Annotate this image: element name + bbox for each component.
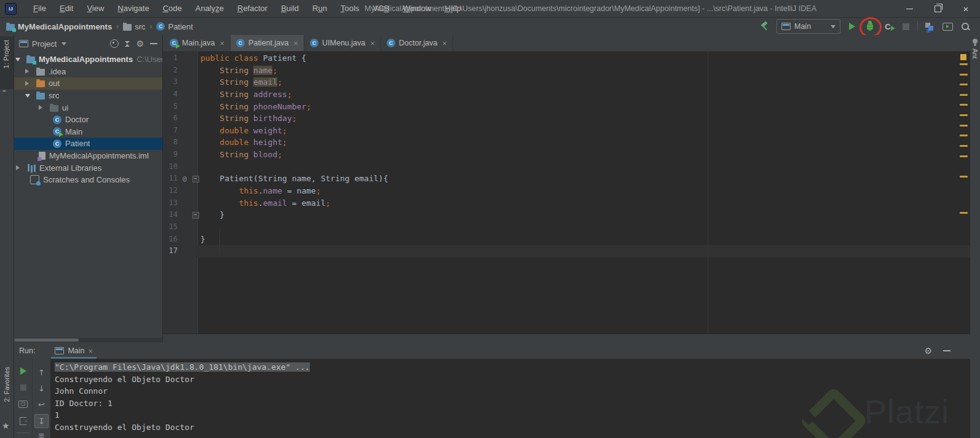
warning-stripe-mark[interactable] [960,104,968,106]
warning-stripe-mark[interactable] [960,74,968,76]
warning-stripe-mark[interactable] [960,155,968,157]
tree-item-label: MyMedicalAppointments [39,55,133,64]
tree-item-patient[interactable]: CPatient [14,138,162,150]
tree-item-ui[interactable]: ui [14,101,162,114]
minimize-button[interactable] [895,0,923,17]
run-tab-main[interactable]: Main × [50,343,98,359]
menu-edit[interactable]: Edit [53,0,80,17]
line-number: 12 [163,185,178,197]
collapse-all-icon[interactable] [125,41,130,47]
restore-layout-button[interactable] [14,417,32,425]
editor-tab-doctor-java[interactable]: CDoctor.java× [381,35,453,51]
rerun-button[interactable] [14,367,32,375]
warning-stripe-mark[interactable] [960,84,968,85]
star-icon[interactable]: ★ [2,421,10,431]
warning-stripe-mark[interactable] [960,114,968,116]
line-number: 1 [163,52,178,65]
soft-wrap-button[interactable]: ↩ [33,401,50,409]
build-project-button[interactable] [759,20,771,33]
profiler-button[interactable] [923,20,936,33]
screenshot-button[interactable] [14,401,32,408]
menu-view[interactable]: View [80,0,111,17]
fold-marker-icon[interactable] [192,212,199,219]
run-configuration-select[interactable]: Main [776,19,840,34]
camera-icon [18,401,28,408]
line-number: 17 [163,245,178,257]
scrollbar-thumb[interactable] [14,338,79,342]
editor-tab-uimenu-java[interactable]: CUIMenu.java× [304,35,381,51]
warning-stripe-mark[interactable] [960,212,968,214]
code-region[interactable]: 1public class Patient {2 String name;3 S… [163,52,970,257]
tree-item-mymedicalappointments-iml[interactable]: MyMedicalAppointments.iml [14,150,162,162]
fold-marker-icon[interactable] [192,176,199,182]
ant-tool-tab-label[interactable]: Ant [971,49,979,59]
close-icon[interactable]: × [293,39,298,48]
breadcrumb-item[interactable]: MyMedicalAppointments [6,22,112,31]
hide-panel-icon[interactable] [943,350,950,351]
debug-button[interactable] [864,20,876,33]
tree-item-external-libraries[interactable]: External Libraries [14,162,162,174]
warning-stripe-mark[interactable] [960,125,968,127]
hide-panel-icon[interactable] [150,43,157,44]
menu-code[interactable]: Code [156,0,189,17]
run-button[interactable] [846,20,858,33]
menu-run[interactable]: Run [306,0,334,17]
editor-tab-main-java[interactable]: CMain.java× [164,35,231,51]
stop-button[interactable] [14,385,32,391]
code-line-15: 15 [163,221,970,233]
editor-tab-patient-java[interactable]: CPatient.java× [231,35,304,51]
favorites-tool-tab-label[interactable]: 2: Favorites [3,367,10,402]
run-with-coverage-button[interactable]: C [882,20,894,33]
menu-tools[interactable]: Tools [334,0,366,17]
warning-stripe-mark[interactable] [960,135,968,136]
menu-navigate[interactable]: Navigate [111,0,156,17]
warning-stripe-mark[interactable] [960,145,968,147]
close-button[interactable]: × [952,0,980,17]
warning-stripe-mark[interactable] [960,94,968,96]
locate-file-icon[interactable] [110,39,119,48]
tree-item-label: External Libraries [39,163,101,173]
project-hscrollbar[interactable] [14,338,162,342]
stop-button[interactable] [899,20,912,33]
menu-file[interactable]: File [26,0,53,17]
breadcrumb-item[interactable]: src [123,22,145,31]
tree-item-out[interactable]: out [14,77,162,90]
project-view-icon [19,40,28,47]
close-icon[interactable]: × [89,346,93,356]
close-icon[interactable]: × [370,39,375,48]
gear-icon[interactable]: ⚙ [136,39,144,48]
close-icon[interactable]: × [442,39,447,48]
tree-item-main[interactable]: CMain [14,126,162,138]
up-stacktrace-button[interactable]: ↑ [33,369,50,377]
tree-item--idea[interactable]: .idea [14,66,162,78]
menu-analyze[interactable]: Analyze [189,0,231,17]
down-stacktrace-button[interactable]: ↓ [33,385,50,393]
expand-arrow-icon [15,58,20,61]
warning-stripe-mark[interactable] [960,63,968,65]
soft-wrap-icon: ↩ [38,401,45,409]
code-line-5: 5 String phoneNumber; [163,101,970,113]
tree-item-src[interactable]: src [14,90,162,102]
editor-area[interactable]: CMain.java×CPatient.java×CUIMenu.java×CD… [163,35,970,343]
menu-build[interactable]: Build [274,0,306,17]
project-tool-tab-label[interactable]: 1: Project [2,40,10,68]
project-panel-header: Project ⚙ [14,35,162,52]
warning-stripe-mark[interactable] [960,176,968,178]
chevron-down-icon[interactable] [61,42,66,45]
project-panel-title[interactable]: Project [32,39,57,49]
close-icon[interactable]: × [220,39,225,48]
menu-refactor[interactable]: Refactor [231,0,274,17]
clear-all-button[interactable]: ≡ [33,431,50,438]
tree-item-doctor[interactable]: CDoctor [14,114,162,126]
search-everywhere-button[interactable] [959,20,971,33]
warning-stripe-square[interactable] [960,54,966,60]
breadcrumb-item[interactable]: CPatient [156,22,192,31]
profiler-icon [925,22,934,31]
run-anything-button[interactable] [941,20,954,33]
tree-item-scratches-and-consoles[interactable]: Scratches and Consoles [14,174,162,186]
tree-item-mymedicalappointments[interactable]: MyMedicalAppointmentsC:\Users\jho [14,53,162,66]
restore-button[interactable] [923,0,952,17]
scroll-to-end-button[interactable]: ↧ [33,414,50,428]
code-line-11: 11@ Patient(String name, String email){ [163,173,970,185]
gear-icon[interactable]: ⚙ [924,346,932,355]
